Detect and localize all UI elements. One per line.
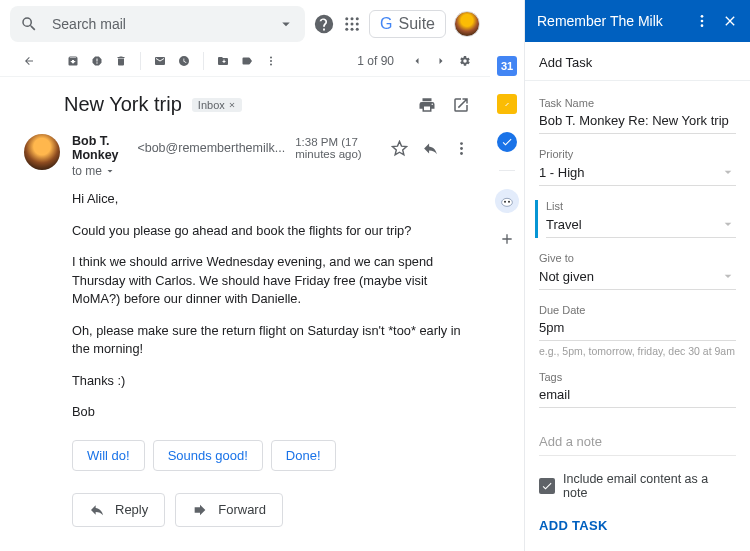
open-new-window-icon[interactable] [452,96,470,114]
due-date-field[interactable]: Due Date 5pm e.g., 5pm, tomorrow, friday… [539,304,736,357]
svg-point-14 [460,152,463,155]
print-icon[interactable] [418,96,436,114]
sender-name: Bob T. Monkey [72,134,131,162]
rtm-addon-icon[interactable] [495,189,519,213]
chevron-down-icon [720,164,736,180]
svg-point-8 [356,28,359,31]
remove-label-icon[interactable] [228,101,236,109]
expand-recipients-icon [104,165,116,177]
keep-addon-icon[interactable] [497,94,517,114]
message-subject: New York trip [64,93,182,116]
rtm-menu-icon[interactable] [694,13,710,29]
newer-icon[interactable] [408,52,426,70]
search-placeholder: Search mail [52,16,277,32]
include-email-checkbox[interactable]: Include email content as a note [539,472,736,500]
page-count: 1 of 90 [357,54,394,68]
get-addons-icon[interactable] [499,231,515,250]
add-task-button[interactable]: ADD TASK [539,518,736,533]
sender-email: <bob@rememberthemilk... [137,141,285,155]
spam-icon[interactable] [88,52,106,70]
archive-icon[interactable] [64,52,82,70]
inbox-label-chip[interactable]: Inbox [192,98,242,112]
more-icon[interactable] [262,52,280,70]
move-to-icon[interactable] [214,52,232,70]
reply-button[interactable]: Reply [72,493,165,527]
older-icon[interactable] [432,52,450,70]
rtm-section-title: Add Task [525,42,750,81]
svg-point-15 [502,198,513,206]
delete-icon[interactable] [112,52,130,70]
svg-point-10 [270,60,272,62]
reply-arrow-icon [89,502,105,518]
svg-point-6 [345,28,348,31]
search-icon [20,15,38,33]
chevron-down-icon [720,268,736,284]
sent-time: 1:38 PM (17 minutes ago) [295,136,385,160]
give-to-field[interactable]: Give to Not given [539,252,736,290]
back-icon[interactable] [20,52,38,70]
message-body: Hi Alice, Could you please go ahead and … [72,190,470,422]
recipient-line[interactable]: to me [72,164,470,178]
checkbox-checked-icon [539,478,555,494]
list-field[interactable]: List Travel [535,200,736,238]
tasks-addon-icon[interactable] [497,132,517,152]
chevron-down-icon [720,216,736,232]
svg-point-11 [270,64,272,66]
note-field[interactable]: Add a note [539,428,736,456]
help-icon[interactable] [313,13,335,35]
settings-icon[interactable] [456,52,474,70]
rtm-title: Remember The Milk [537,13,663,29]
sender-avatar [24,134,60,170]
svg-point-7 [351,28,354,31]
smart-reply-1[interactable]: Will do! [72,440,145,471]
svg-point-20 [701,24,704,27]
svg-point-12 [460,142,463,145]
gsuite-badge[interactable]: GSuite [369,10,446,38]
message-more-icon[interactable] [453,140,470,157]
labels-icon[interactable] [238,52,256,70]
priority-field[interactable]: Priority 1 - High [539,148,736,186]
svg-point-16 [504,201,506,203]
snooze-icon[interactable] [175,52,193,70]
account-avatar[interactable] [454,11,480,37]
calendar-addon-icon[interactable]: 31 [497,56,517,76]
forward-arrow-icon [192,502,208,518]
svg-point-0 [345,17,348,20]
svg-point-18 [701,15,704,18]
task-name-field[interactable]: Task Name Bob T. Monkey Re: New York tri… [539,97,736,134]
svg-point-1 [351,17,354,20]
mark-unread-icon[interactable] [151,52,169,70]
star-icon[interactable] [391,140,408,157]
svg-point-5 [356,23,359,26]
smart-reply-2[interactable]: Sounds good! [153,440,263,471]
svg-point-13 [460,147,463,150]
reply-icon[interactable] [422,140,439,157]
svg-point-2 [356,17,359,20]
svg-point-19 [701,20,704,23]
svg-point-17 [508,201,510,203]
svg-point-9 [270,57,272,59]
search-box[interactable]: Search mail [10,6,305,42]
close-icon[interactable] [722,13,738,29]
forward-button[interactable]: Forward [175,493,283,527]
tags-field[interactable]: Tags email [539,371,736,408]
apps-grid-icon[interactable] [343,15,361,33]
svg-point-4 [351,23,354,26]
svg-point-3 [345,23,348,26]
search-options-icon[interactable] [277,15,295,33]
rail-separator [499,170,515,171]
smart-reply-3[interactable]: Done! [271,440,336,471]
